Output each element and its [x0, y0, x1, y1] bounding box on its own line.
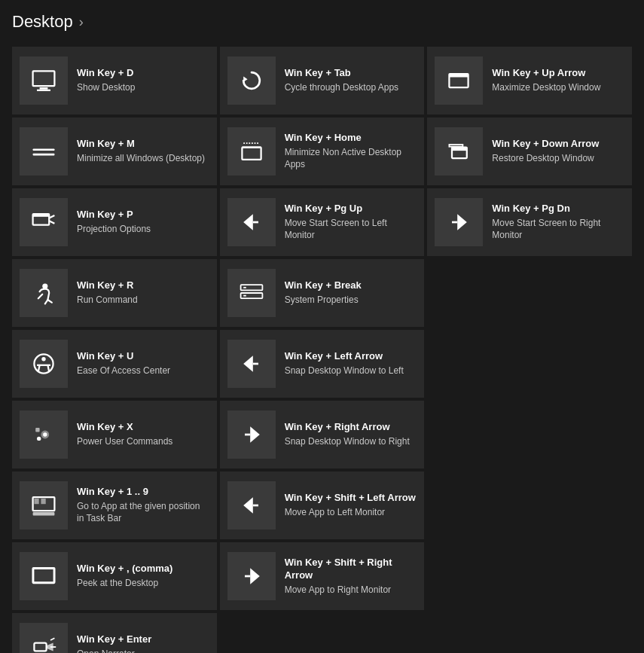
shortcut-item: Win Key + Shift + Right ArrowMove App to…	[220, 542, 425, 610]
shortcut-key: Win Key + Up Arrow	[492, 67, 624, 80]
shortcut-item	[427, 471, 632, 539]
shortcut-item: Win Key + XPower User Commands	[12, 401, 217, 468]
shortcut-key: Win Key + Tab	[285, 67, 417, 80]
svg-rect-25	[243, 287, 246, 288]
shortcut-key: Win Key + R	[77, 279, 209, 292]
shortcut-key: Win Key + Down Arrow	[492, 138, 624, 151]
shortcut-icon-box	[227, 127, 276, 175]
svg-rect-47	[53, 568, 55, 583]
shortcut-key: Win Key + Left Arrow	[285, 350, 417, 363]
shortcut-desc: Snap Desktop Window to Right	[285, 436, 417, 448]
shortcut-text: Win Key + Shift + Left ArrowMove App to …	[285, 492, 417, 518]
shortcut-icon-box	[227, 340, 276, 388]
shortcut-key: Win Key + Home	[285, 132, 417, 145]
shortcut-icon-box	[20, 552, 68, 600]
svg-marker-20	[458, 214, 468, 230]
shortcut-desc: System Properties	[285, 294, 417, 307]
shortcut-text: Win Key + Down ArrowRestore Desktop Wind…	[492, 138, 624, 164]
shortcut-desc: Minimize Non Active Desktop Apps	[285, 147, 417, 170]
shortcut-item: Win Key + Down ArrowRestore Desktop Wind…	[427, 117, 632, 185]
shortcut-desc: Minimize all Windows (Desktop)	[77, 153, 209, 165]
shortcut-item: Win Key + Pg UpMove Start Screen to Left…	[220, 188, 425, 256]
svg-rect-1	[40, 87, 48, 90]
shortcut-item: Win Key + HomeMinimize Non Active Deskto…	[220, 117, 425, 185]
shortcut-item: Win Key + Shift + Left ArrowMove App to …	[220, 471, 425, 539]
shortcut-key: Win Key + Shift + Right Arrow	[285, 557, 417, 582]
shortcut-item: Win Key + DShow Desktop	[12, 47, 217, 114]
svg-rect-13	[450, 145, 463, 147]
shortcut-icon-box	[227, 56, 276, 105]
shortcut-desc: Move App to Right Monitor	[285, 584, 417, 597]
shortcut-item	[427, 401, 632, 468]
shortcut-desc: Peek at the Desktop	[77, 578, 209, 590]
shortcut-desc: Move App to Left Monitor	[285, 507, 417, 519]
shortcut-item: Win Key + 1 .. 9Go to App at the given p…	[12, 471, 217, 539]
shortcut-desc: Move Start Screen to Left Monitor	[285, 218, 417, 241]
breadcrumb-title: Desktop	[12, 12, 73, 32]
svg-rect-37	[35, 428, 39, 432]
shortcut-icon-box	[435, 56, 483, 105]
shortcut-icon-box	[227, 198, 276, 246]
shortcut-text: Win Key + RRun Command	[77, 279, 209, 306]
shortcut-icon-box	[227, 552, 276, 600]
shortcut-text: Win Key + Pg DnMove Start Screen to Righ…	[492, 203, 624, 241]
shortcut-key: Win Key + Right Arrow	[285, 421, 417, 434]
shortcut-desc: Move Start Screen to Right Monitor	[492, 218, 624, 241]
shortcut-text: Win Key + Pg UpMove Start Screen to Left…	[285, 203, 417, 241]
shortcut-text: Win Key + HomeMinimize Non Active Deskto…	[285, 132, 417, 170]
shortcut-item	[220, 613, 425, 653]
shortcut-item: Win Key + Up ArrowMaximize Desktop Windo…	[427, 47, 632, 114]
svg-rect-8	[242, 148, 261, 160]
shortcut-icon-box	[20, 340, 68, 388]
shortcut-text: Win Key + EnterOpen Narrator	[77, 633, 209, 653]
svg-rect-17	[33, 214, 50, 217]
shortcut-key: Win Key + U	[77, 350, 209, 363]
shortcut-item: Win Key + UEase Of Access Center	[12, 330, 217, 398]
svg-rect-53	[34, 643, 46, 651]
shortcut-item: Win Key + , (comma)Peek at the Desktop	[12, 542, 217, 610]
svg-point-35	[43, 432, 47, 436]
svg-point-28	[41, 357, 45, 361]
shortcut-key: Win Key + P	[77, 209, 209, 221]
shortcut-key: Win Key + M	[77, 138, 209, 151]
shortcut-item: Win Key + MMinimize all Windows (Desktop…	[12, 117, 217, 185]
shortcut-text: Win Key + Left ArrowSnap Desktop Window …	[285, 350, 417, 377]
svg-rect-26	[243, 295, 246, 297]
shortcut-item: Win Key + BreakSystem Properties	[220, 259, 425, 327]
shortcut-item: Win Key + Left ArrowSnap Desktop Window …	[220, 330, 425, 398]
shortcut-icon-box	[435, 198, 483, 246]
svg-rect-12	[452, 148, 467, 151]
shortcut-icon-box	[20, 623, 68, 653]
shortcut-icon-box	[20, 56, 68, 105]
svg-rect-48	[33, 568, 35, 583]
shortcut-desc: Ease Of Access Center	[77, 365, 209, 377]
svg-rect-6	[33, 148, 55, 151]
svg-line-30	[38, 365, 40, 372]
svg-point-36	[37, 437, 41, 441]
shortcut-text: Win Key + UEase Of Access Center	[77, 350, 209, 377]
shortcut-text: Win Key + XPower User Commands	[77, 421, 209, 447]
shortcut-key: Win Key + Shift + Left Arrow	[285, 492, 417, 505]
shortcut-desc: Open Narrator	[77, 648, 209, 653]
shortcut-icon-box	[20, 127, 68, 175]
shortcut-desc: Snap Desktop Window to Left	[285, 365, 417, 377]
shortcut-desc: Show Desktop	[77, 82, 209, 94]
shortcut-text: Win Key + MMinimize all Windows (Desktop…	[77, 138, 209, 164]
svg-rect-43	[41, 499, 45, 504]
shortcut-key: Win Key + , (comma)	[77, 563, 209, 575]
shortcut-key: Win Key + D	[77, 67, 209, 80]
svg-rect-49	[33, 568, 55, 569]
shortcut-icon-box	[20, 198, 68, 246]
breadcrumb: Desktop ›	[12, 12, 632, 32]
svg-line-31	[47, 365, 49, 372]
shortcut-item	[427, 542, 632, 610]
shortcut-desc: Projection Options	[77, 224, 209, 236]
svg-rect-42	[34, 499, 38, 504]
shortcut-desc: Maximize Desktop Window	[492, 82, 624, 94]
shortcut-item	[427, 613, 632, 653]
shortcut-item: Win Key + TabCycle through Desktop Apps	[220, 47, 425, 114]
shortcut-text: Win Key + Shift + Right ArrowMove App to…	[285, 557, 417, 596]
shortcut-text: Win Key + BreakSystem Properties	[285, 279, 417, 306]
svg-rect-50	[33, 581, 55, 583]
shortcut-key: Win Key + Break	[285, 279, 417, 292]
